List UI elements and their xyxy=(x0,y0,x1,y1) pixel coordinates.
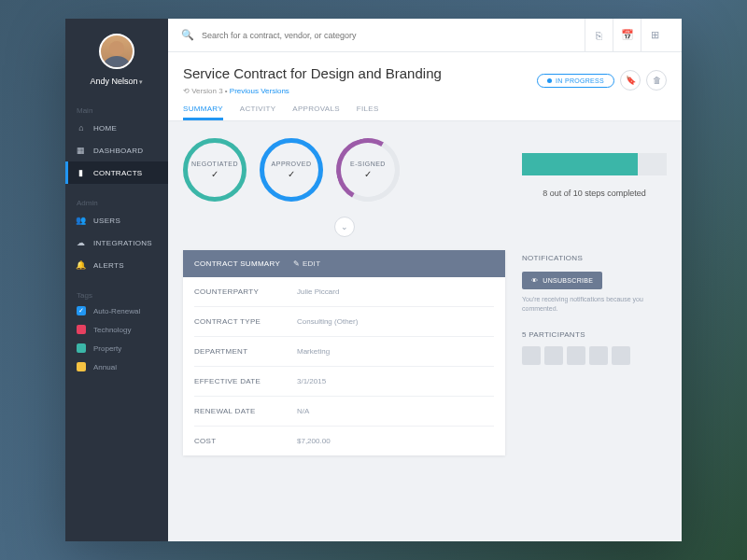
summary-row: EFFECTIVE DATE3/1/2015 xyxy=(194,367,494,397)
nav-section-admin: Admin xyxy=(65,195,168,209)
nav-section-tags: Tags xyxy=(65,287,168,301)
nav-integrations[interactable]: ☁INTEGRATIONS xyxy=(65,231,168,254)
field-value: N/A xyxy=(297,407,309,415)
participant-avatars xyxy=(522,346,667,365)
participants-section: 5 PARTICIPANTS xyxy=(522,330,667,365)
tag-label: Technology xyxy=(93,326,131,334)
progress-section: 8 out of 10 steps completed xyxy=(522,138,667,198)
nav-label: USERS xyxy=(93,217,120,225)
field-label: DEPARTMENT xyxy=(194,347,297,356)
version-info: ⟲ Version 3 • Previous Versions xyxy=(183,87,442,95)
tag-swatch xyxy=(77,325,86,334)
grid-button[interactable]: ⊞ xyxy=(641,19,669,52)
left-column: NEGOTIATED✓ APPROVED✓ E-SIGNED✓ ⌄ CONTRA… xyxy=(183,138,505,525)
briefcase-icon: ▮ xyxy=(77,168,86,177)
participant-avatar[interactable] xyxy=(522,346,541,365)
tag-technology[interactable]: Technology xyxy=(65,320,168,339)
field-value: $7,200.00 xyxy=(297,437,331,445)
field-value: Consulting (Other) xyxy=(297,317,358,326)
tag-label: Property xyxy=(93,344,121,353)
delete-button[interactable]: 🗑 xyxy=(646,70,667,91)
nav-alerts[interactable]: 🔔ALERTS xyxy=(65,254,168,276)
tag-annual[interactable]: Annual xyxy=(65,357,168,376)
username-dropdown[interactable]: Andy Nelson xyxy=(65,77,168,86)
edit-button[interactable]: ✎ EDIT xyxy=(293,259,320,268)
status-badge: IN PROGRESS xyxy=(537,74,614,88)
nav-label: ALERTS xyxy=(93,261,124,270)
notifications-section: NOTIFICATIONS 👁UNSUBSCRIBE You're receiv… xyxy=(522,254,667,314)
main-content: 🔍 ⎘ 📅 ⊞ Service Contract for Design and … xyxy=(168,19,682,541)
page-title: Service Contract for Design and Branding xyxy=(183,65,442,81)
nav-section-main: Main xyxy=(65,103,168,117)
sidebar: Andy Nelson Main ⌂HOME ▦DASHBOARD ▮CONTR… xyxy=(65,19,168,541)
content-area: NEGOTIATED✓ APPROVED✓ E-SIGNED✓ ⌄ CONTRA… xyxy=(168,121,682,541)
summary-rows: COUNTERPARTYJulie Piccard CONTRACT TYPEC… xyxy=(183,277,505,455)
tab-activity[interactable]: ACTIVITY xyxy=(240,105,275,120)
participant-avatar[interactable] xyxy=(544,346,563,365)
tag-label: Annual xyxy=(93,363,117,371)
grid-icon: ▦ xyxy=(77,146,86,155)
summary-row: CONTRACT TYPEConsulting (Other) xyxy=(194,307,494,337)
cloud-icon: ☁ xyxy=(77,238,86,247)
tabs: SUMMARY ACTIVITY APPROVALS FILES xyxy=(183,105,667,120)
topbar-actions: ⎘ 📅 ⊞ xyxy=(585,19,669,52)
field-label: CONTRACT TYPE xyxy=(194,317,297,326)
tag-auto-renewal[interactable]: ✓Auto-Renewal xyxy=(65,301,168,320)
tag-property[interactable]: Property xyxy=(65,339,168,357)
nav-label: HOME xyxy=(93,124,117,133)
participant-avatar[interactable] xyxy=(567,346,585,365)
search-icon: 🔍 xyxy=(181,29,194,41)
notification-note: You're receiving notifications because y… xyxy=(522,295,667,314)
field-label: EFFECTIVE DATE xyxy=(194,377,297,385)
summary-card: CONTRACT SUMMARY ✎ EDIT COUNTERPARTYJuli… xyxy=(183,250,505,455)
field-value: Julie Piccard xyxy=(297,287,339,296)
summary-row: COUNTERPARTYJulie Piccard xyxy=(194,277,494,307)
tag-label: Auto-Renewal xyxy=(93,307,140,315)
app-window: Andy Nelson Main ⌂HOME ▦DASHBOARD ▮CONTR… xyxy=(65,19,682,541)
field-label: RENEWAL DATE xyxy=(194,407,297,415)
tab-approvals[interactable]: APPROVALS xyxy=(292,105,340,120)
summary-row: COST$7,200.00 xyxy=(194,427,494,455)
card-title: CONTRACT SUMMARY xyxy=(194,259,280,268)
step-approved: APPROVED✓ xyxy=(260,138,323,202)
field-label: COUNTERPARTY xyxy=(194,287,297,296)
summary-row: DEPARTMENTMarketing xyxy=(194,337,494,367)
bookmark-button[interactable]: 🔖 xyxy=(620,70,641,91)
step-esigned: E-SIGNED✓ xyxy=(336,138,400,202)
summary-row: RENEWAL DATEN/A xyxy=(194,397,494,427)
page-header: Service Contract for Design and Branding… xyxy=(168,52,682,121)
home-icon: ⌂ xyxy=(77,123,86,133)
section-header: 5 PARTICIPANTS xyxy=(522,330,667,339)
card-header: CONTRACT SUMMARY ✎ EDIT xyxy=(183,250,505,277)
users-icon: 👥 xyxy=(77,216,86,225)
progress-text: 8 out of 10 steps completed xyxy=(522,189,667,198)
nav-dashboard[interactable]: ▦DASHBOARD xyxy=(65,139,168,161)
avatar[interactable] xyxy=(99,34,134,69)
expand-button[interactable]: ⌄ xyxy=(334,217,355,237)
field-value: 3/1/2015 xyxy=(297,377,326,385)
previous-versions-link[interactable]: Previous Versions xyxy=(230,87,289,95)
topbar: 🔍 ⎘ 📅 ⊞ xyxy=(168,19,682,52)
eye-icon: 👁 xyxy=(531,277,538,284)
progress-fill xyxy=(522,153,638,175)
calendar-button[interactable]: 📅 xyxy=(613,19,641,52)
field-value: Marketing xyxy=(297,347,330,356)
nav-label: DASHBOARD xyxy=(93,147,143,155)
nav-users[interactable]: 👥USERS xyxy=(65,209,168,231)
nav-home[interactable]: ⌂HOME xyxy=(65,117,168,139)
nav-contracts[interactable]: ▮CONTRACTS xyxy=(65,161,168,184)
tag-swatch xyxy=(77,343,86,353)
tab-summary[interactable]: SUMMARY xyxy=(183,105,223,120)
section-header: NOTIFICATIONS xyxy=(522,254,667,262)
field-label: COST xyxy=(194,437,297,445)
step-negotiated: NEGOTIATED✓ xyxy=(183,138,247,202)
tab-files[interactable]: FILES xyxy=(357,105,379,120)
participant-avatar[interactable] xyxy=(589,346,608,365)
checkbox-icon: ✓ xyxy=(77,306,86,315)
search-input[interactable] xyxy=(202,31,585,40)
unsubscribe-button[interactable]: 👁UNSUBSCRIBE xyxy=(522,272,602,289)
tag-swatch xyxy=(77,362,86,371)
export-button[interactable]: ⎘ xyxy=(585,19,613,52)
nav-label: INTEGRATIONS xyxy=(93,239,152,247)
participant-avatar[interactable] xyxy=(612,346,630,365)
